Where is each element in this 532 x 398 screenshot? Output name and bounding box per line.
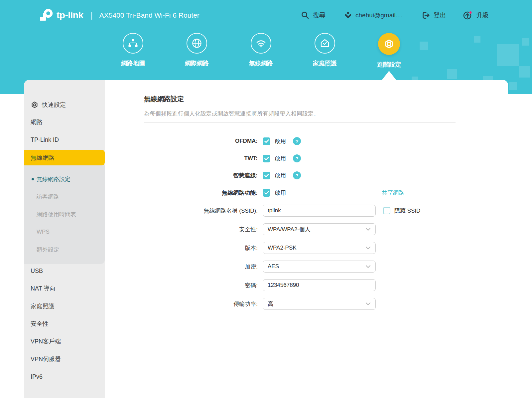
- chevron-down-icon: [365, 246, 371, 250]
- security-select-value: WPA/WPA2-個人: [268, 226, 311, 233]
- hide-ssid-label: 隱藏 SSID: [394, 207, 420, 215]
- tp-link-logo-icon: [39, 8, 54, 23]
- upgrade-button[interactable]: 升級: [463, 0, 489, 31]
- decor-square: [447, 69, 457, 79]
- check-icon: [264, 174, 269, 177]
- brand: tp-link | AX5400 Tri-Band Wi-Fi 6 Router: [39, 0, 200, 31]
- internet-globe-icon: [187, 33, 207, 54]
- row-transmit-power: 傳輸功率: 高: [105, 297, 508, 310]
- search-button[interactable]: 搜尋: [301, 0, 326, 31]
- sidebar-item-label: VPN伺服器: [31, 355, 61, 363]
- twt-label: TWT:: [105, 155, 258, 162]
- submenu-item-guest-network[interactable]: 訪客網路: [24, 192, 105, 201]
- router-model-title: AX5400 Tri-Band Wi-Fi 6 Router: [99, 11, 200, 19]
- nav-network-map[interactable]: 網路地圖: [106, 33, 160, 67]
- decor-square: [519, 66, 530, 78]
- enable-label: 啟用: [275, 189, 286, 197]
- sidebar: 快速設定 網路 TP-Link ID 無線網路 無線網路設定 訪客網路 網路使用…: [24, 80, 105, 398]
- wireless-radio-checkbox[interactable]: [263, 189, 270, 197]
- version-label: 版本:: [105, 244, 258, 252]
- help-icon[interactable]: ?: [293, 154, 301, 162]
- check-icon: [264, 157, 269, 160]
- search-label: 搜尋: [313, 11, 326, 20]
- submenu-item-schedule[interactable]: 網路使用時間表: [24, 210, 105, 219]
- search-icon: [301, 11, 310, 20]
- sidebar-item-label: NAT 導向: [31, 285, 56, 293]
- ofdma-label: OFDMA:: [105, 138, 258, 144]
- transmit-power-label: 傳輸功率:: [105, 300, 258, 308]
- upgrade-label: 升級: [476, 11, 489, 20]
- row-ofdma: OFDMA: 啟用 ?: [105, 134, 508, 148]
- row-ssid: 無線網路名稱 (SSID): 隱藏 SSID: [105, 204, 508, 217]
- help-icon[interactable]: ?: [293, 137, 301, 145]
- chevron-down-icon: [365, 265, 371, 268]
- sidebar-item-label: IPv6: [31, 373, 43, 380]
- nav-internet[interactable]: 網際網路: [170, 33, 223, 67]
- topbar: tp-link | AX5400 Tri-Band Wi-Fi 6 Router…: [0, 0, 532, 31]
- submenu-item-wps[interactable]: WPS: [24, 228, 105, 236]
- sidebar-item-vpn-client[interactable]: VPN客戶端: [24, 337, 105, 346]
- active-bullet: [32, 178, 34, 180]
- brand-name: tp-link: [57, 10, 83, 21]
- nav-label: 無線網路: [249, 59, 273, 67]
- content-panel: 無線網路設定 為每個頻段進行個人化設定或開啟智慧連接將所有頻段帶入相同設定。 O…: [105, 80, 508, 398]
- chevron-down-icon: [365, 228, 371, 231]
- enable-label: 啟用: [275, 137, 286, 145]
- sidebar-item-tplink-id[interactable]: TP-Link ID: [24, 135, 105, 144]
- transmit-power-select-value: 高: [268, 300, 273, 308]
- home-shield-icon: [315, 33, 335, 54]
- decor-square: [522, 38, 529, 46]
- sidebar-item-label: 網路: [31, 118, 43, 126]
- smart-connect-checkbox[interactable]: [263, 172, 270, 179]
- nav-label: 進階設定: [377, 61, 401, 69]
- submenu-item-additional[interactable]: 額外設定: [24, 245, 105, 254]
- ssid-label: 無線網路名稱 (SSID):: [105, 207, 258, 215]
- sidebar-item-quick-setup[interactable]: 快速設定: [24, 100, 105, 109]
- logout-label: 登出: [434, 11, 446, 20]
- sidebar-item-usb[interactable]: USB: [24, 267, 105, 275]
- share-network-link[interactable]: 共享網路: [382, 189, 404, 197]
- twt-checkbox[interactable]: [263, 155, 270, 162]
- logout-button[interactable]: 登出: [422, 0, 446, 31]
- nav-label: 網際網路: [185, 59, 209, 67]
- sidebar-item-ipv6[interactable]: IPv6: [24, 372, 105, 381]
- decor-square: [497, 44, 519, 66]
- row-security: 安全性: WPA/WPA2-個人: [105, 223, 508, 236]
- brand-separator: |: [91, 11, 93, 20]
- decor-square: [509, 82, 517, 90]
- nav-homecare[interactable]: 家庭照護: [298, 33, 351, 67]
- sidebar-item-vpn-server[interactable]: VPN伺服器: [24, 355, 105, 363]
- row-smart-connect: 智慧連線: 啟用 ?: [105, 169, 508, 182]
- sidebar-item-wireless-active[interactable]: 無線網路: [24, 150, 105, 165]
- ofdma-checkbox[interactable]: [263, 137, 270, 145]
- nav-wireless[interactable]: 無線網路: [234, 33, 288, 67]
- account-button[interactable]: chehui@gmail....: [344, 0, 403, 31]
- version-select[interactable]: WPA2-PSK: [263, 242, 376, 254]
- check-icon: [264, 191, 269, 195]
- check-icon: [264, 139, 269, 143]
- hide-ssid-checkbox[interactable]: [383, 207, 390, 214]
- sidebar-item-label: 家庭照護: [31, 302, 55, 310]
- security-select[interactable]: WPA/WPA2-個人: [263, 223, 376, 235]
- smart-connect-label: 智慧連線:: [105, 172, 258, 179]
- nav-advanced-active[interactable]: 進階設定: [362, 33, 416, 69]
- security-label: 安全性:: [105, 226, 258, 233]
- row-encryption: 加密: AES: [105, 260, 508, 273]
- ssid-input[interactable]: [263, 205, 376, 217]
- upgrade-icon: [463, 11, 473, 20]
- nav-label: 家庭照護: [313, 59, 337, 67]
- sidebar-item-nat[interactable]: NAT 導向: [24, 284, 105, 293]
- sidebar-item-security[interactable]: 安全性: [24, 319, 105, 328]
- submenu-item-label: 額外設定: [37, 246, 59, 254]
- help-icon[interactable]: ?: [293, 171, 301, 179]
- sidebar-item-homecare[interactable]: 家庭照護: [24, 302, 105, 310]
- password-input[interactable]: [263, 279, 376, 291]
- user-icon: [344, 12, 352, 19]
- submenu-item-wireless-settings[interactable]: 無線網路設定: [24, 175, 105, 183]
- transmit-power-select[interactable]: 高: [263, 298, 376, 310]
- sidebar-item-network[interactable]: 網路: [24, 118, 105, 126]
- logout-icon: [422, 11, 430, 19]
- sidebar-item-label: 無線網路: [31, 154, 55, 162]
- encryption-select[interactable]: AES: [263, 261, 376, 273]
- network-map-icon: [123, 33, 143, 54]
